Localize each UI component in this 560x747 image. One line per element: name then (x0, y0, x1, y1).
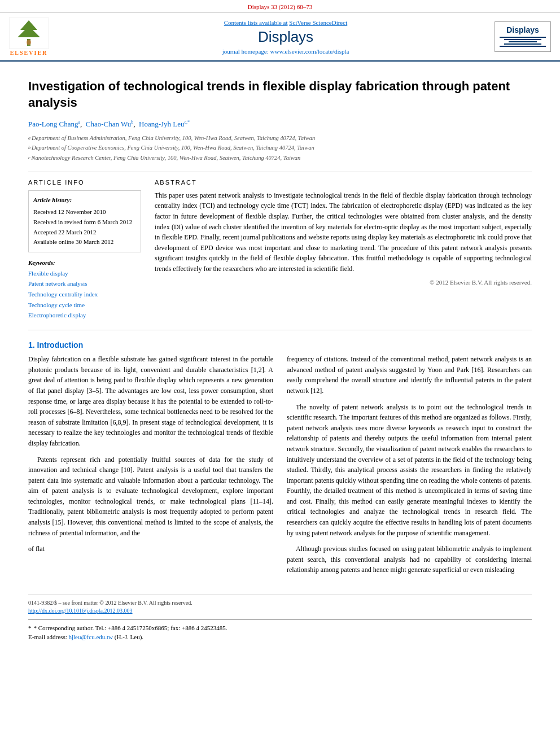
abstract-heading: ABSTRACT (155, 179, 532, 186)
footnote-section: * * Corresponding author. Tel.: +886 4 2… (28, 619, 532, 640)
info-abstract-section: ARTICLE INFO Article history: Received 1… (28, 179, 532, 321)
body-para-2-end: of flat (28, 544, 273, 554)
author-3: Hoang-Jyh Leu (139, 120, 185, 129)
sciverse-line: Contents lists available at SciVerse Sci… (77, 19, 495, 26)
keywords-section: Keywords: Flexible display Patent networ… (28, 259, 141, 321)
badge-line-1 (500, 37, 546, 38)
section-1-title: 1. Introduction (28, 340, 532, 350)
author-1: Pao-Long Chang (28, 120, 78, 129)
body-col-left: Display fabrication on a flexible substr… (28, 354, 273, 581)
body-para-4: The novelty of patent network analysis i… (287, 402, 532, 539)
divider-2 (28, 330, 532, 330)
author-2: Chao-Chan Wu (86, 120, 131, 129)
keywords-label: Keywords: (28, 259, 141, 266)
badge-line-3 (509, 41, 536, 42)
keyword-4: Technology cycle time (28, 300, 141, 311)
keyword-3: Technology centrality index (28, 289, 141, 300)
affiliations: a Department of Business Administration,… (28, 134, 532, 163)
history-label: Article history: (33, 195, 136, 206)
revised-line: Received in revised form 6 March 2012 (33, 217, 136, 228)
issn-text: 0141-9382/$ – see front matter © 2012 El… (28, 600, 193, 606)
body-para-3: frequency of citations. Instead of the c… (287, 354, 532, 396)
citation-bar: Displays 33 (2012) 68–73 (0, 0, 560, 13)
elsevier-logo-area: ELSEVIER (9, 18, 77, 56)
author-1-sup: a (78, 120, 80, 125)
received-line: Received 12 November 2010 (33, 207, 136, 217)
footnote-corresponding: * * Corresponding author. Tel.: +886 4 2… (28, 624, 532, 631)
section-1-body: Display fabrication on a flexible substr… (28, 354, 532, 581)
badge-line-4 (504, 43, 541, 45)
footnote-text: * Corresponding author. Tel.: +886 4 245… (34, 624, 228, 631)
footnote-star: * (28, 624, 32, 631)
affiliation-c: c Nanotechnology Research Center, Feng C… (28, 154, 532, 163)
divider-1 (28, 172, 532, 172)
sciverse-link[interactable]: SciVerse ScienceDirect (289, 19, 347, 26)
page-footer: 0141-9382/$ – see front matter © 2012 El… (28, 595, 532, 614)
email-suffix: (H.-J. Leu). (115, 634, 143, 640)
journal-header-center: Contents lists available at SciVerse Sci… (77, 19, 495, 55)
elsevier-tree-icon (9, 18, 49, 49)
keyword-5: Electrophoretic display (28, 310, 141, 321)
authors-line: Pao-Long Changa, Chao-Chan Wub, Hoang-Jy… (28, 120, 532, 129)
body-col-right: frequency of citations. Instead of the c… (287, 354, 532, 581)
affiliation-b: b Department of Cooperative Economics, F… (28, 143, 532, 152)
journal-homepage: journal homepage: www.elsevier.com/locat… (77, 48, 495, 55)
footnote-email-line: E-mail address: hjleu@fcu.edu.tw (H.-J. … (28, 634, 532, 640)
elsevier-text: ELSEVIER (10, 50, 48, 56)
doi-link[interactable]: http://dx.doi.org/10.1016/j.displa.2012.… (28, 608, 133, 614)
article-info-col: ARTICLE INFO Article history: Received 1… (28, 179, 141, 321)
journal-header: ELSEVIER Contents lists available at Sci… (0, 13, 560, 62)
article-info-heading: ARTICLE INFO (28, 179, 141, 186)
author-2-sup: b (131, 120, 133, 125)
abstract-col: ABSTRACT This paper uses patent network … (155, 179, 532, 321)
footer-issn: 0141-9382/$ – see front matter © 2012 El… (28, 600, 532, 606)
displays-badge: Displays (495, 21, 551, 52)
main-content: Investigation of technological trends in… (0, 62, 560, 654)
citation-text: Displays 33 (2012) 68–73 (248, 3, 313, 10)
abstract-text: This paper uses patent network analysis … (155, 190, 532, 274)
svg-point-3 (27, 40, 31, 45)
body-para-5: Although previous studies focused on usi… (287, 544, 532, 575)
keyword-1: Flexible display (28, 268, 141, 279)
badge-line-2 (504, 39, 541, 40)
sciverse-text: Contents lists available at (224, 19, 288, 26)
article-info-box: Article history: Received 12 November 20… (28, 190, 141, 252)
body-para-1: Display fabrication on a flexible substr… (28, 354, 273, 448)
badge-line-5 (500, 46, 546, 47)
email-link[interactable]: hjleu@fcu.edu.tw (68, 634, 113, 640)
paper-title: Investigation of technological trends in… (28, 78, 532, 111)
badge-lines (500, 37, 546, 47)
body-para-2: Patents represent rich and potentially f… (28, 455, 273, 539)
accepted-line: Accepted 22 March 2012 (33, 228, 136, 238)
displays-badge-area: Displays (495, 21, 551, 52)
footer-doi: http://dx.doi.org/10.1016/j.displa.2012.… (28, 608, 532, 614)
author-3-sup: c,* (185, 120, 190, 125)
badge-title: Displays (500, 25, 546, 34)
email-label: E-mail address: (28, 634, 67, 640)
copyright: © 2012 Elsevier B.V. All rights reserved… (155, 279, 532, 286)
affiliation-a: a Department of Business Administration,… (28, 134, 532, 143)
online-line: Available online 30 March 2012 (33, 237, 136, 247)
journal-title: Displays (77, 28, 495, 46)
keyword-2: Patent network analysis (28, 278, 141, 289)
elsevier-logo: ELSEVIER (9, 18, 49, 56)
